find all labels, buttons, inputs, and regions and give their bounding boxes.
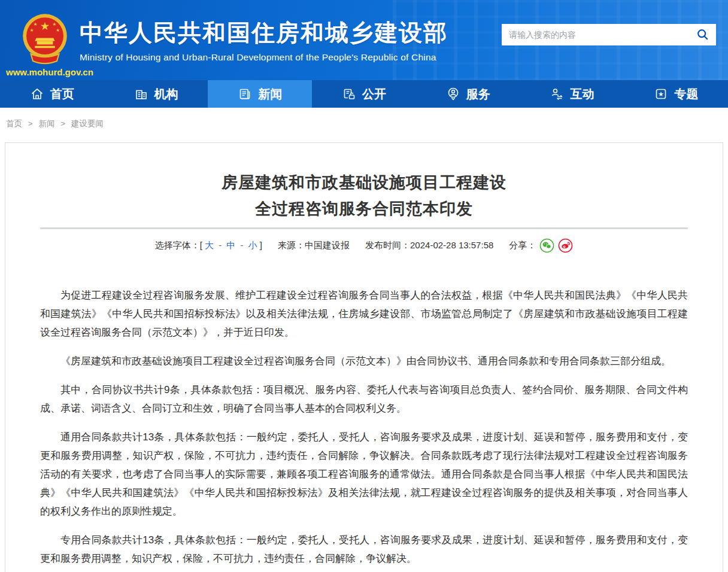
site-header: ★ ★ ★ ★ ★ 中华人民共和国住房和城乡建设部 Ministry of Ho…	[0, 0, 728, 80]
svg-text:★: ★	[40, 20, 50, 32]
site-title-en: Ministry of Housing and Urban-Rural Deve…	[80, 52, 448, 63]
breadcrumb-separator: >	[28, 119, 33, 128]
nav-label: 新闻	[258, 86, 282, 102]
page-title: 房屋建筑和市政基础设施项目工程建设 全过程咨询服务合同范本印发	[40, 169, 688, 222]
nav-item-orgs[interactable]: 机构	[104, 80, 208, 108]
document-unlock-icon	[342, 87, 356, 101]
nav-item-services[interactable]: 服务	[416, 80, 520, 108]
breadcrumb-separator: >	[60, 119, 65, 128]
title-divider	[40, 227, 688, 229]
font-sep: -	[241, 240, 244, 250]
breadcrumb-current[interactable]: 建设要闻	[71, 119, 104, 128]
site-title: 中华人民共和国住房和城乡建设部	[80, 21, 448, 44]
nav-label: 公开	[362, 86, 386, 102]
nav-item-home[interactable]: 首页	[0, 80, 104, 108]
person-exchange-icon	[550, 87, 564, 101]
weibo-share-icon[interactable]	[558, 238, 573, 253]
article-meta: 选择字体：[ 大 - 中 - 小 ] 来源：中国建设报 发布时间：2024-02…	[40, 238, 688, 253]
article-source: 来源：中国建设报	[278, 240, 350, 251]
nav-label: 服务	[466, 86, 490, 102]
nav-item-interaction[interactable]: 互动	[520, 80, 624, 108]
nav-label: 互动	[570, 86, 594, 102]
site-url: www.mohurd.gov.cn	[6, 67, 93, 77]
nav-label: 机构	[154, 86, 178, 102]
building-icon	[134, 87, 148, 101]
search-input[interactable]	[502, 24, 690, 45]
nav-item-topics[interactable]: ★ 专题	[624, 80, 728, 108]
publish-value: 2024-02-28 13:57:58	[410, 240, 493, 250]
svg-text:★: ★	[53, 22, 57, 27]
main-nav: 首页 机构 新闻 公开 服务	[0, 80, 728, 108]
font-size-selector: 选择字体：[ 大 - 中 - 小 ]	[155, 240, 262, 251]
font-sep: -	[219, 240, 222, 250]
font-size-large-link[interactable]: 大	[205, 240, 214, 250]
source-label: 来源：	[278, 240, 305, 250]
svg-text:★: ★	[30, 28, 34, 33]
paragraph: 其中，合同协议书共计9条，具体条款包括：项目概况、服务内容、委托人代表与咨询项目…	[40, 381, 688, 418]
title-line-1: 房屋建筑和市政基础设施项目工程建设	[40, 169, 688, 196]
svg-text:★: ★	[34, 22, 38, 27]
breadcrumb-home[interactable]: 首页	[6, 119, 22, 128]
nav-item-news[interactable]: 新闻	[208, 80, 312, 108]
paragraph: 《房屋建筑和市政基础设施项目工程建设全过程咨询服务合同（示范文本）》由合同协议书…	[40, 352, 688, 370]
font-select-label: 选择字体：[	[155, 240, 202, 250]
paragraph: 通用合同条款共计13条，具体条款包括：一般约定，委托人，受托人，咨询服务要求及成…	[40, 428, 688, 521]
source-value: 中国建设报	[305, 240, 350, 250]
paragraph: 为促进工程建设全过程咨询服务发展、维护工程建设全过程咨询服务合同当事人的合法权益…	[40, 286, 688, 342]
font-select-close: ]	[260, 240, 262, 250]
nav-label: 专题	[674, 86, 698, 102]
nav-label: 首页	[50, 86, 74, 102]
font-size-small-link[interactable]: 小	[248, 240, 257, 250]
paragraph: 专用合同条款共计13条，具体条款包括：一般约定，委托人，受托人，咨询服务要求及成…	[40, 531, 688, 568]
article-container: 房屋建筑和市政基础设施项目工程建设 全过程咨询服务合同范本印发 选择字体：[ 大…	[5, 142, 723, 572]
search-icon	[696, 28, 709, 41]
search-bar	[502, 24, 716, 45]
wechat-share-icon[interactable]	[539, 238, 554, 253]
publish-label: 发布时间：	[365, 240, 410, 250]
svg-text:★: ★	[658, 90, 664, 98]
breadcrumb: 首页 > 新闻 > 建设要闻	[0, 108, 728, 142]
share-label: 分享：	[509, 240, 536, 251]
national-emblem-icon: ★ ★ ★ ★ ★	[20, 12, 70, 67]
publish-time: 发布时间：2024-02-28 13:57:58	[365, 240, 493, 251]
person-pin-icon	[446, 87, 460, 101]
article-body: 为促进工程建设全过程咨询服务发展、维护工程建设全过程咨询服务合同当事人的合法权益…	[40, 286, 688, 572]
breadcrumb-news[interactable]: 新闻	[38, 119, 54, 128]
title-line-2: 全过程咨询服务合同范本印发	[40, 196, 688, 222]
font-size-medium-link[interactable]: 中	[226, 240, 235, 250]
home-icon	[30, 87, 44, 101]
search-button[interactable]	[690, 24, 716, 45]
site-logo-link[interactable]: ★ ★ ★ ★ ★ 中华人民共和国住房和城乡建设部 Ministry of Ho…	[20, 12, 448, 67]
star-badge-icon: ★	[654, 87, 668, 101]
news-icon	[238, 87, 252, 101]
nav-item-disclosure[interactable]: 公开	[312, 80, 416, 108]
svg-text:★: ★	[56, 28, 60, 33]
share-row: 分享：	[509, 238, 573, 253]
